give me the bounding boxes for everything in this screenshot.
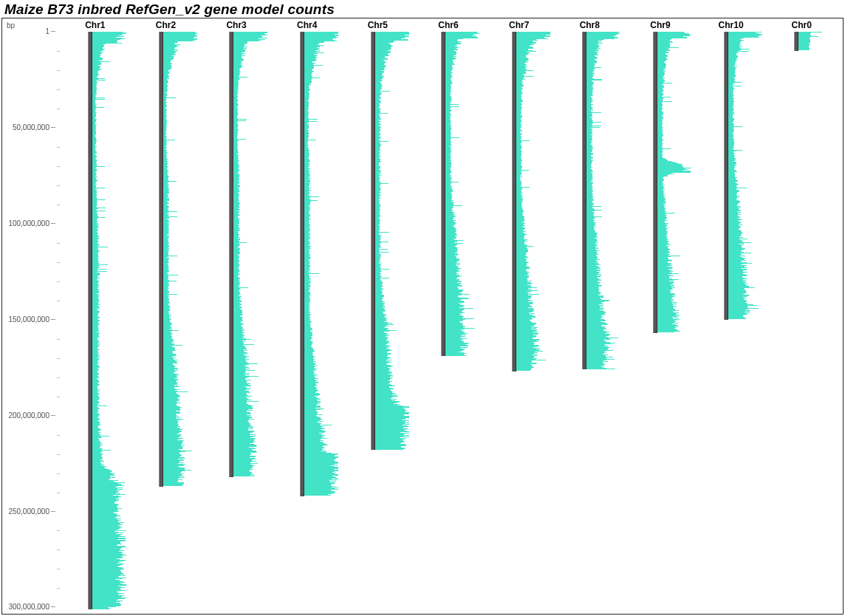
chromosome-body [766, 32, 837, 609]
chromosome-label: Chr9 [650, 20, 670, 32]
plot-area: Chr1Chr2Chr3Chr4Chr5Chr6Chr7Chr8Chr9Chr1… [60, 18, 837, 609]
chromosome-label: Chr1 [85, 20, 105, 32]
y-tick: 200,000,000 [2, 411, 60, 420]
chromosome-body [625, 32, 696, 609]
chromosome-body [696, 32, 767, 609]
chromosome-label: Chr3 [226, 20, 246, 32]
chromosome-label: Chr4 [297, 20, 317, 32]
y-tick: 300,000,000 [2, 603, 60, 611]
density-track [657, 32, 694, 333]
y-tick: 250,000,000 [2, 507, 60, 516]
density-track [728, 32, 765, 320]
density-track [445, 32, 482, 356]
chromosome-column: Chr8 [554, 18, 625, 609]
chromosome-label: Chr8 [580, 20, 600, 32]
chromosome-body [554, 32, 625, 609]
y-tick-label: 1 [45, 27, 49, 35]
y-tick: 100,000,000 [2, 219, 60, 227]
chromosome-column: Chr9 [625, 18, 696, 609]
chromosome-column: Chr10 [696, 18, 767, 609]
chromosome-column: Chr0 [766, 18, 837, 609]
density-track [304, 32, 341, 496]
y-tick-label: 200,000,000 [8, 411, 49, 420]
chromosome-label: Chr10 [719, 20, 744, 32]
chart-container: Maize B73 inbred RefGen_v2 gene model co… [0, 0, 845, 616]
page-title: Maize B73 inbred RefGen_v2 gene model co… [0, 0, 845, 18]
chromosome-column: Chr4 [272, 18, 343, 609]
chromosome-label: Chr2 [156, 20, 176, 32]
density-track [586, 32, 623, 369]
y-tick-label: 100,000,000 [8, 219, 49, 227]
chromosome-body [131, 32, 202, 609]
chromosome-label: Chr0 [792, 20, 812, 32]
y-tick-label: 150,000,000 [8, 315, 49, 324]
chromosome-body [272, 32, 343, 609]
y-tick-label: 300,000,000 [8, 603, 49, 611]
y-tick: 1 [2, 27, 60, 35]
chromosome-body [484, 32, 555, 609]
y-tick-label: 50,000,000 [13, 123, 49, 131]
chromosome-body [413, 32, 484, 609]
y-axis: bp 150,000,000100,000,000150,000,000200,… [2, 18, 60, 614]
density-track [516, 32, 553, 372]
chromosome-label: Chr6 [438, 20, 458, 32]
density-track [233, 32, 270, 477]
chromosome-body [343, 32, 414, 609]
y-tick: 50,000,000 [2, 123, 60, 131]
chromosome-column: Chr3 [201, 18, 272, 609]
y-tick: 150,000,000 [2, 315, 60, 324]
chromosome-column: Chr7 [484, 18, 555, 609]
chromosome-body [60, 32, 131, 609]
density-track [92, 32, 129, 609]
chromosome-column: Chr6 [413, 18, 484, 609]
chromosome-body [201, 32, 272, 609]
density-track [163, 32, 200, 487]
density-track [798, 32, 835, 51]
chromosome-column: Chr1 [60, 18, 131, 609]
density-track [375, 32, 412, 450]
y-tick-label: 250,000,000 [8, 507, 49, 516]
chromosome-column: Chr2 [131, 18, 202, 609]
chromosome-label: Chr7 [509, 20, 529, 32]
chromosome-column: Chr5 [343, 18, 414, 609]
chromosome-label: Chr5 [368, 20, 388, 32]
chart-frame: bp 150,000,000100,000,000150,000,000200,… [1, 18, 844, 615]
